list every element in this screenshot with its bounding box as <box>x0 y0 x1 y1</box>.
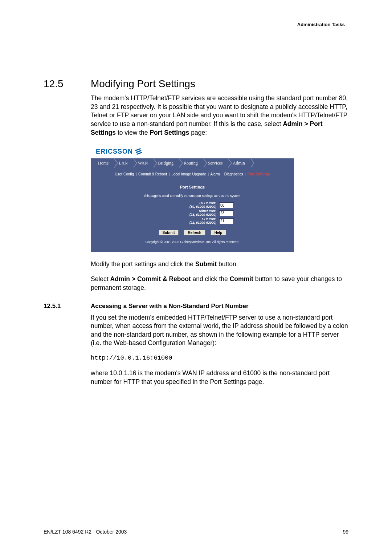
tab-services[interactable]: Services <box>204 158 229 168</box>
separator: | <box>207 172 210 176</box>
section-number: 12.5 <box>44 78 91 90</box>
row-telnet-port: Telnet Port: (23, 61000-62000) <box>151 210 234 217</box>
button-row: Submit Refresh Help <box>91 225 294 238</box>
logo-area: ERICSSON <box>91 143 294 158</box>
subnav-diagnostics[interactable]: Diagnostics <box>224 172 243 176</box>
tab-wan[interactable]: WAN <box>134 158 154 168</box>
label-telnet-port: Telnet Port: (23, 61000-62000) <box>151 210 216 217</box>
tab-bridging[interactable]: Bridging <box>154 158 180 168</box>
separator: | <box>168 172 171 176</box>
footer-page-number: 99 <box>343 529 348 535</box>
after-paragraph-1: Modify the port settings and click the S… <box>91 260 348 269</box>
separator: | <box>135 172 138 176</box>
page-header-right: Administration Tasks <box>44 22 345 27</box>
ericsson-icon <box>135 148 142 155</box>
main-nav: Home LAN WAN Bridging Routing Services A… <box>91 158 294 168</box>
help-button[interactable]: Help <box>211 230 226 235</box>
separator: | <box>244 172 246 176</box>
after-paragraph-2: Select Admin > Commit & Reboot and click… <box>91 275 348 292</box>
submit-button[interactable]: Submit <box>159 230 179 235</box>
input-ftp-port[interactable] <box>219 218 234 224</box>
sub-nav: User Config | Commit & Reboot | Local Im… <box>91 168 294 180</box>
copyright-text: Copyright © 2001-2002 GlobespanVirata, I… <box>91 238 294 248</box>
label-ftp-port: FTP Port: (21, 61000-62000) <box>151 218 216 225</box>
row-ftp-port: FTP Port: (21, 61000-62000) <box>151 218 234 225</box>
tab-routing[interactable]: Routing <box>180 158 204 168</box>
panel-title: Port Settings <box>91 182 294 191</box>
subnav-commit-reboot[interactable]: Commit & Reboot <box>138 172 167 176</box>
subsection-paragraph-2: where 10.0.1.16 is the modem's WAN IP ad… <box>91 369 348 386</box>
separator: | <box>221 172 223 176</box>
tab-admin[interactable]: Admin <box>229 158 251 168</box>
panel: Port Settings This page is used to modif… <box>91 179 294 252</box>
intro-paragraph: The modem's HTTP/Telnet/FTP services are… <box>91 94 348 137</box>
footer-left: EN/LZT 108 6492 R2 - October 2003 <box>44 529 127 535</box>
subsection-title: Accessing a Server with a Non-Standard P… <box>91 303 249 310</box>
subnav-user-config[interactable]: User Config <box>115 172 134 176</box>
example-url: http://10.0.1.16:61000 <box>91 354 348 362</box>
subsection-number: 12.5.1 <box>44 303 91 310</box>
subsection-paragraph-1: If you set the modem's embedded HTTP/Tel… <box>91 313 348 348</box>
tab-home[interactable]: Home <box>94 158 115 168</box>
section-title: Modifying Port Settings <box>91 78 195 90</box>
subnav-port-settings[interactable]: Port Settings <box>248 172 270 176</box>
input-telnet-port[interactable] <box>219 210 234 216</box>
subnav-alarm[interactable]: Alarm <box>210 172 220 176</box>
row-http-port: HTTP Port: (80, 61000-62000) <box>151 202 234 209</box>
logo-text: ERICSSON <box>96 147 133 156</box>
embedded-screenshot: ERICSSON Home LAN WAN <box>91 143 294 252</box>
subnav-local-image-upgrade[interactable]: Local Image Upgrade <box>171 172 206 176</box>
panel-description: This page is used to modify various port… <box>91 191 294 202</box>
refresh-button[interactable]: Refresh <box>184 230 205 235</box>
label-http-port: HTTP Port: (80, 61000-62000) <box>151 202 216 209</box>
input-http-port[interactable] <box>219 202 234 208</box>
port-form: HTTP Port: (80, 61000-62000) Telnet Port… <box>91 202 294 224</box>
